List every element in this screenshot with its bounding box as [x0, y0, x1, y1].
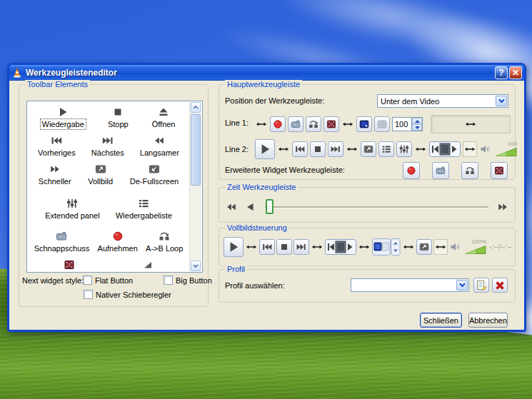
scroll-down-button[interactable]: [191, 261, 201, 271]
position-value: Unter dem Video: [381, 97, 495, 106]
fullscreen-button[interactable]: [361, 141, 376, 157]
toolbar-element-corner[interactable]: [141, 258, 154, 272]
advanced-widgets-label: Erweiterte Widget Werkzeugleiste:: [225, 166, 345, 174]
toolbar-element-vorheriges[interactable]: Vorheriges: [36, 134, 77, 158]
spacer-widget[interactable]: [414, 143, 427, 155]
previous-button[interactable]: [259, 239, 275, 255]
size-spinner[interactable]: 100: [392, 117, 423, 131]
position-combobox[interactable]: Unter dem Video: [377, 94, 508, 108]
spacer-widget[interactable]: [346, 143, 358, 155]
toolbar-element-langsamer[interactable]: Langsamer: [139, 134, 181, 158]
speaker-icon: [449, 241, 462, 253]
next-button[interactable]: [328, 141, 343, 157]
compact-controls-widget[interactable]: [325, 238, 356, 256]
toolbar-element-label: Wiedergabeliste: [114, 211, 174, 221]
extended-panel-button[interactable]: [396, 141, 412, 157]
frame-by-frame-button[interactable]: [491, 162, 508, 179]
play-button[interactable]: [224, 237, 244, 257]
spin-down-icon: [415, 126, 420, 129]
close-window-button[interactable]: ✕: [509, 66, 522, 79]
spin-arrows[interactable]: [411, 118, 422, 131]
fullscreen-button[interactable]: [416, 239, 432, 255]
spacer-widget[interactable]: [358, 241, 371, 253]
menu-button[interactable]: [244, 201, 257, 213]
toolbar-element-label: Öffnen: [151, 119, 177, 129]
toolbar-element-extended-panel[interactable]: Extended panel: [44, 197, 101, 221]
snapshot-button[interactable]: [432, 162, 449, 179]
title-bar[interactable]: Werkzeugleisteneditor ? ✕: [9, 65, 524, 81]
scrollbar-thumb[interactable]: [191, 114, 201, 186]
toolbar-element-frame[interactable]: [63, 258, 76, 272]
scroll-up-button[interactable]: [191, 102, 201, 113]
spacer-widget[interactable]: [402, 241, 415, 253]
volume-widget[interactable]: 100%: [465, 239, 486, 255]
toolbar-element-wiedergabeliste[interactable]: Wiedergabeliste: [114, 197, 174, 221]
spacer-widget[interactable]: [463, 141, 477, 157]
native-slider-checkbox[interactable]: [84, 290, 93, 299]
scrollbar[interactable]: [189, 102, 201, 271]
spacer-icon: [464, 143, 476, 155]
chevron-down-icon: [498, 99, 505, 103]
spacer-widget[interactable]: [341, 118, 354, 130]
toolbar-element-wiedergabe[interactable]: Wiedergabe: [41, 106, 86, 129]
spacer-widget[interactable]: [311, 241, 323, 253]
expanding-spacer[interactable]: [431, 115, 511, 133]
record-button[interactable]: [270, 116, 286, 132]
spacer-widget[interactable]: [277, 143, 290, 155]
snapshot-button[interactable]: [288, 116, 303, 132]
spin-down-button[interactable]: [412, 124, 422, 131]
slower-button[interactable]: [225, 201, 238, 213]
volume-widget[interactable]: 100: [496, 141, 517, 157]
flat-button-checkbox[interactable]: [83, 276, 92, 285]
frame-by-frame-button[interactable]: [323, 116, 339, 132]
group-title: Toolbar Elements: [25, 80, 90, 89]
stop-button[interactable]: [276, 239, 292, 255]
fullscreen-toolbar: 100% -:--/--:--: [224, 235, 511, 259]
cancel-button[interactable]: Abbrechen: [468, 313, 508, 328]
close-button[interactable]: Schließen: [420, 313, 462, 328]
playlist-button[interactable]: [378, 141, 394, 157]
next-button[interactable]: [293, 239, 309, 255]
profile-combobox[interactable]: [351, 278, 469, 292]
stop-button[interactable]: [310, 141, 326, 157]
dvd-menu-button[interactable]: [356, 116, 372, 132]
toolbar-element-stopp[interactable]: Stopp: [106, 106, 130, 129]
spacer-widget[interactable]: [245, 241, 258, 253]
toolbar-element-schnappschuss[interactable]: Schnappschuss: [33, 230, 91, 253]
frame-button[interactable]: [374, 116, 390, 132]
spin-up-button[interactable]: [412, 118, 422, 124]
close-button-label: Schließen: [423, 316, 458, 325]
toolbar-elements-group: Toolbar Elements WiedergabeStoppÖffnenVo…: [19, 84, 209, 307]
dropdown-arrow-button[interactable]: [496, 96, 507, 106]
ab-loop-button[interactable]: [461, 162, 478, 179]
previous-button[interactable]: [292, 141, 308, 157]
compact-controls-widget[interactable]: [429, 141, 461, 158]
toolbar-element-de-fullscreen[interactable]: De-Fullscreen: [129, 163, 180, 186]
spacer-icon: [403, 241, 414, 253]
toolbar-element-vollbild[interactable]: Vollbild: [86, 163, 114, 186]
big-button-checkbox[interactable]: [164, 276, 173, 285]
time-slider[interactable]: [264, 199, 490, 215]
mute-button[interactable]: [479, 143, 492, 156]
toolbar-element-label: Aufnehmen: [96, 243, 139, 253]
spacer-widget[interactable]: [433, 239, 448, 255]
teletext-widget[interactable]: [372, 238, 401, 256]
toolbar-element-aufnehmen[interactable]: Aufnehmen: [96, 230, 139, 253]
save-profile-button[interactable]: [473, 278, 489, 293]
play-button[interactable]: [255, 139, 275, 159]
toolbar-element-schneller[interactable]: Schneller: [37, 163, 73, 186]
mute-button[interactable]: [449, 241, 462, 253]
toolbar-element-a-b-loop[interactable]: A->B Loop: [144, 230, 184, 253]
toolbar-element-ffnen[interactable]: Öffnen: [151, 106, 177, 129]
record-button[interactable]: [403, 162, 420, 179]
help-button[interactable]: ?: [495, 66, 508, 79]
dropdown-arrow-button[interactable]: [456, 280, 468, 291]
toolbar-element-n-chstes[interactable]: Nächstes: [90, 134, 126, 158]
delete-profile-button[interactable]: [492, 278, 508, 293]
toolbar-elements-list[interactable]: WiedergabeStoppÖffnenVorherigesNächstesL…: [26, 101, 203, 273]
ab-loop-button[interactable]: [306, 116, 321, 132]
faster-button[interactable]: [496, 201, 509, 213]
toolbar-element-label: Nächstes: [90, 148, 126, 158]
time-slider-handle[interactable]: [266, 199, 273, 214]
spacer-widget[interactable]: [255, 118, 268, 130]
